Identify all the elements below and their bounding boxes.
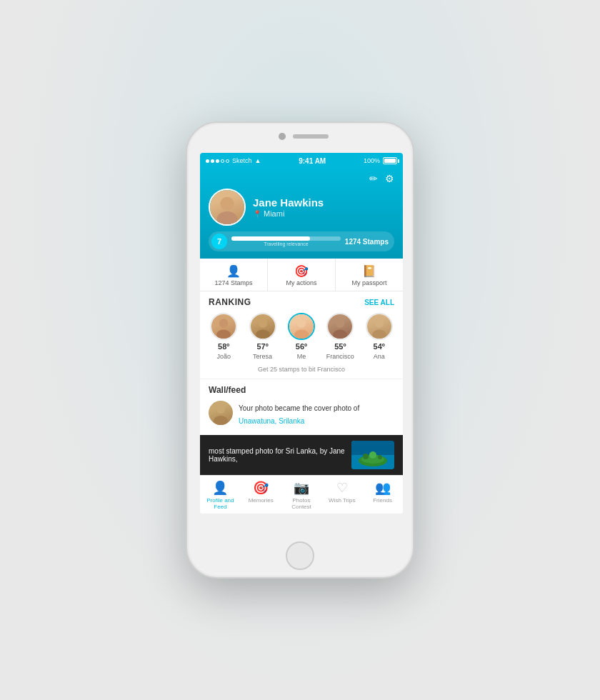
- profile-header: ✏ ⚙ Jane Hawkins 📍 Miami: [200, 169, 403, 259]
- rank-name-francisco: Francisco: [326, 353, 354, 360]
- rank-avatar-ana: [366, 313, 393, 340]
- banner-text: most stamped photo for Sri Lanka, by Jan…: [209, 447, 346, 463]
- stamps-tab-label: 1274 Stamps: [214, 279, 252, 286]
- svg-point-13: [214, 416, 228, 425]
- memories-nav-label: Memories: [249, 497, 274, 504]
- carrier-label: Sketch: [232, 157, 252, 164]
- tab-navigation: 👤 1274 Stamps 🎯 My actions 📔 My passport: [200, 259, 403, 291]
- rank-face-francisco: [328, 314, 352, 339]
- rank-face-joao: [211, 314, 236, 339]
- wall-feed-section: Wall/feed Your photo became the cover ph…: [200, 379, 403, 431]
- progress-bar-fill: [231, 236, 310, 241]
- profile-avatar: [209, 189, 246, 226]
- banner-thumbnail: [351, 441, 394, 469]
- signal-dots: [206, 159, 229, 163]
- svg-point-8: [336, 319, 345, 328]
- rank-name-joao: João: [216, 353, 231, 360]
- home-button[interactable]: [286, 541, 314, 570]
- edit-icon[interactable]: ✏: [369, 173, 378, 184]
- status-right: 100%: [364, 157, 397, 164]
- rank-name-me: Me: [297, 353, 306, 360]
- feed-avatar: [209, 401, 233, 425]
- svg-point-19: [378, 455, 382, 459]
- rank-avatar-joao: [210, 313, 237, 340]
- rank-score-francisco: 55º: [334, 342, 346, 351]
- bottom-nav-wishtrips[interactable]: ♡ Wish Trips: [321, 476, 362, 514]
- passport-tab-label: My passport: [351, 279, 386, 286]
- memories-nav-icon: 🎯: [253, 480, 269, 496]
- svg-point-12: [216, 405, 225, 414]
- ranking-hint: Get 25 stamps to bit Francisco: [200, 364, 403, 379]
- rank-item-teresa: 57º Teresa: [247, 313, 279, 360]
- svg-point-4: [258, 319, 267, 328]
- profile-nav-label: Profile and Feed: [201, 497, 239, 510]
- banner-image: [351, 441, 394, 469]
- wall-title: Wall/feed: [209, 385, 394, 395]
- actions-tab-icon: 🎯: [294, 264, 309, 278]
- status-bar: Sketch ▲ 9:41 AM 100%: [200, 153, 403, 169]
- tab-passport[interactable]: 📔 My passport: [336, 259, 403, 291]
- svg-point-7: [294, 329, 309, 339]
- bottom-nav-profile[interactable]: 👤 Profile and Feed: [200, 476, 241, 514]
- feed-link[interactable]: Unawatuna, Srilanka: [239, 417, 304, 425]
- bottom-nav-friends[interactable]: 👥 Friends: [362, 476, 403, 514]
- bottom-nav-photos[interactable]: 📷 Photos Contest: [281, 476, 322, 514]
- location-pin-icon: 📍: [253, 210, 261, 218]
- feed-item: Your photo became the cover photo of Una…: [209, 401, 394, 426]
- rank-item-ana: 54º Ana: [364, 313, 395, 360]
- see-all-button[interactable]: SEE ALL: [364, 299, 394, 306]
- svg-point-20: [369, 451, 376, 459]
- svg-point-9: [334, 329, 348, 339]
- rank-name-teresa: Teresa: [253, 353, 272, 360]
- progress-bar-bg: [231, 236, 341, 241]
- bottom-nav-memories[interactable]: 🎯 Memories: [241, 476, 281, 514]
- svg-point-11: [372, 329, 386, 339]
- photos-nav-icon: 📷: [294, 480, 309, 496]
- header-icons: ✏ ⚙: [209, 173, 394, 184]
- profile-location: 📍 Miami: [253, 209, 324, 218]
- settings-icon[interactable]: ⚙: [385, 173, 394, 184]
- actions-tab-label: My actions: [286, 279, 316, 286]
- profile-text: Jane Hawkins 📍 Miami: [253, 196, 324, 218]
- wishtrips-nav-icon: ♡: [336, 480, 348, 496]
- rank-score-me: 56º: [296, 342, 307, 351]
- rank-avatar-teresa: [249, 313, 276, 340]
- tab-actions[interactable]: 🎯 My actions: [268, 259, 336, 291]
- progress-section: 7 Travelling relevance 1274 Stamps: [209, 231, 394, 251]
- progress-label: Travelling relevance: [231, 241, 341, 246]
- rank-face-teresa: [251, 314, 275, 339]
- signal-dot-3: [216, 159, 219, 163]
- signal-dot-4: [221, 159, 224, 163]
- friends-nav-label: Friends: [373, 497, 392, 504]
- stamps-tab-icon: 👤: [226, 264, 241, 278]
- svg-point-18: [363, 454, 369, 459]
- signal-dot-5: [226, 159, 229, 163]
- profile-nav-icon: 👤: [212, 480, 228, 496]
- speaker-bar: [293, 134, 329, 139]
- battery-percent: 100%: [364, 157, 380, 164]
- rank-avatar-francisco: [326, 313, 354, 340]
- rank-score-ana: 54º: [374, 342, 385, 351]
- svg-point-6: [297, 319, 306, 328]
- photos-nav-label: Photos Contest: [283, 497, 321, 510]
- wifi-icon: ▲: [255, 157, 261, 164]
- tab-stamps[interactable]: 👤 1274 Stamps: [200, 259, 268, 291]
- bottom-navigation: 👤 Profile and Feed 🎯 Memories 📷 Photos C…: [200, 475, 403, 514]
- phone-screen: Sketch ▲ 9:41 AM 100% ✏ ⚙: [200, 153, 403, 514]
- avatar-image: [210, 190, 244, 224]
- profile-name: Jane Hawkins: [253, 196, 324, 209]
- svg-point-10: [374, 319, 384, 328]
- rank-name-ana: Ana: [374, 353, 385, 360]
- signal-dot-1: [206, 159, 209, 163]
- svg-point-5: [256, 329, 270, 339]
- progress-bar-container: Travelling relevance: [231, 236, 341, 246]
- feed-text: Your photo became the cover photo of: [239, 404, 359, 412]
- signal-dot-2: [211, 159, 214, 163]
- rank-item-me: 56º Me: [286, 313, 317, 360]
- rank-face-me: [289, 314, 314, 339]
- main-content: RANKING SEE ALL 58º João: [200, 291, 403, 475]
- ranking-header: RANKING SEE ALL: [200, 291, 403, 310]
- rank-item-francisco: 55º Francisco: [324, 313, 356, 360]
- ranking-title: RANKING: [209, 297, 251, 307]
- profile-info: Jane Hawkins 📍 Miami: [209, 189, 394, 226]
